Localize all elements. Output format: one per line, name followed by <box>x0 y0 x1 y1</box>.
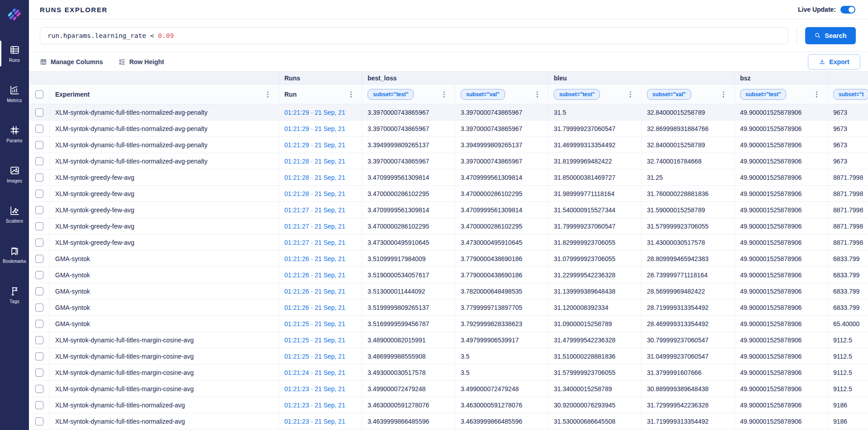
cut-metric-cell: 9673 <box>828 153 868 169</box>
sidebar-item-metrics[interactable]: Metrics <box>0 74 29 114</box>
run-link[interactable]: 01:21:29 · 21 Sep, 21 <box>279 104 362 121</box>
row-height-button[interactable]: Row Height <box>118 58 164 65</box>
table-row[interactable]: XLM-syntok-dynamic-full-titles-margin-co… <box>29 381 868 397</box>
table-row[interactable]: XLM-syntok-dynamic-full-titles-margin-co… <box>29 332 868 348</box>
search-button[interactable]: Search <box>805 27 856 44</box>
column-menu-icon[interactable]: ⋮ <box>717 91 730 98</box>
table-row[interactable]: GMA-syntok 01:21:26 · 21 Sep, 21 3.51900… <box>29 267 868 283</box>
table-row[interactable]: GMA-syntok 01:21:26 · 21 Sep, 21 3.51300… <box>29 283 868 299</box>
row-checkbox[interactable] <box>35 369 43 377</box>
context-badge[interactable]: subset="t <box>833 89 868 100</box>
run-link[interactable]: 01:21:27 · 21 Sep, 21 <box>279 218 362 234</box>
run-link[interactable]: 01:21:23 · 21 Sep, 21 <box>279 397 362 413</box>
best-loss-val-cell: 3.5 <box>455 365 548 381</box>
run-link[interactable]: 01:21:23 · 21 Sep, 21 <box>279 413 362 430</box>
row-checkbox[interactable] <box>35 255 43 263</box>
run-link[interactable]: 01:21:26 · 21 Sep, 21 <box>279 251 362 267</box>
run-link[interactable]: 01:21:29 · 21 Sep, 21 <box>279 137 362 153</box>
column-menu-icon[interactable]: ⋮ <box>345 91 357 98</box>
bleu-val-cell: 31.25 <box>642 169 735 186</box>
cut-metric-cell: 9112.5 <box>828 381 868 397</box>
table-row[interactable]: GMA-syntok 01:21:25 · 21 Sep, 21 3.51699… <box>29 316 868 332</box>
table-row[interactable]: XLM-syntok-greedy-few-avg 01:21:27 · 21 … <box>29 218 868 234</box>
row-checkbox[interactable] <box>35 385 43 393</box>
sidebar-item-tags[interactable]: Tags <box>0 275 29 315</box>
row-checkbox[interactable] <box>35 320 43 328</box>
context-badge[interactable]: subset="test" <box>740 89 786 100</box>
run-link[interactable]: 01:21:26 · 21 Sep, 21 <box>279 299 362 316</box>
table-row[interactable]: GMA-syntok 01:21:26 · 21 Sep, 21 3.51099… <box>29 251 868 267</box>
row-checkbox[interactable] <box>35 173 43 182</box>
table-row[interactable]: XLM-syntok-greedy-few-avg 01:21:28 · 21 … <box>29 169 868 186</box>
run-link[interactable]: 01:21:23 · 21 Sep, 21 <box>279 381 362 397</box>
row-checkbox[interactable] <box>35 401 43 409</box>
query-input[interactable]: run.hparams.learning_rate < 0.09 <box>40 27 788 44</box>
row-checkbox[interactable] <box>35 190 43 198</box>
table-row[interactable]: XLM-syntok-dynamic-full-titles-margin-co… <box>29 348 868 365</box>
row-checkbox[interactable] <box>35 304 43 312</box>
table-row[interactable]: GMA-syntok 01:21:26 · 21 Sep, 21 3.51999… <box>29 299 868 316</box>
experiment-cell: XLM-syntok-dynamic-full-titles-margin-co… <box>50 348 279 365</box>
row-checkbox[interactable] <box>35 206 43 214</box>
row-checkbox-cell <box>29 267 50 283</box>
sidebar-item-images[interactable]: Images <box>0 154 29 194</box>
run-link[interactable]: 01:21:26 · 21 Sep, 21 <box>279 267 362 283</box>
table-row[interactable]: XLM-syntok-greedy-few-avg 01:21:28 · 21 … <box>29 186 868 202</box>
column-menu-icon[interactable]: ⋮ <box>438 91 450 98</box>
row-checkbox[interactable] <box>35 222 43 230</box>
bsz-test-cell: 49.900001525878906 <box>735 413 828 430</box>
row-checkbox[interactable] <box>35 108 43 117</box>
run-link[interactable]: 01:21:25 · 21 Sep, 21 <box>279 348 362 365</box>
run-link[interactable]: 01:21:29 · 21 Sep, 21 <box>279 121 362 137</box>
table-row[interactable]: XLM-syntok-dynamic-full-titles-normalize… <box>29 121 868 137</box>
table-row[interactable]: XLM-syntok-dynamic-full-titles-normalize… <box>29 104 868 121</box>
run-link[interactable]: 01:21:28 · 21 Sep, 21 <box>279 186 362 202</box>
column-menu-icon[interactable]: ⋮ <box>531 91 543 98</box>
column-menu-icon[interactable]: ⋮ <box>624 91 637 98</box>
run-link[interactable]: 01:21:25 · 21 Sep, 21 <box>279 316 362 332</box>
context-badge[interactable]: subset="val" <box>461 89 505 100</box>
search-section: run.hparams.learning_rate < 0.09 Search <box>29 19 868 52</box>
context-badge[interactable]: subset="val" <box>647 89 691 100</box>
column-menu-icon[interactable]: ⋮ <box>262 91 274 98</box>
bleu-test-cell: 31.09000015258789 <box>548 316 642 332</box>
run-link[interactable]: 01:21:27 · 21 Sep, 21 <box>279 234 362 251</box>
row-checkbox[interactable] <box>35 417 43 425</box>
table-row[interactable]: XLM-syntok-dynamic-full-titles-normalize… <box>29 153 868 169</box>
context-badge[interactable]: subset="test" <box>554 89 600 100</box>
table-row[interactable]: XLM-syntok-greedy-few-avg 01:21:27 · 21 … <box>29 234 868 251</box>
cut-metric-cell: 9112.5 <box>828 365 868 381</box>
table-row[interactable]: XLM-syntok-dynamic-full-titles-normalize… <box>29 397 868 413</box>
context-badge[interactable]: subset="test" <box>368 89 414 100</box>
table-row[interactable]: XLM-syntok-greedy-few-avg 01:21:27 · 21 … <box>29 202 868 218</box>
row-checkbox[interactable] <box>35 352 43 360</box>
row-checkbox[interactable] <box>35 271 43 279</box>
row-checkbox[interactable] <box>35 238 43 247</box>
table-row[interactable]: XLM-syntok-dynamic-full-titles-normalize… <box>29 413 868 430</box>
row-checkbox[interactable] <box>35 141 43 149</box>
row-checkbox[interactable] <box>35 287 43 295</box>
table-row[interactable]: XLM-syntok-dynamic-full-titles-margin-co… <box>29 365 868 381</box>
best-loss-test-cell: 3.4639999866485596 <box>362 413 455 430</box>
experiment-column-header: Experiment ⋮ <box>50 84 279 104</box>
run-link[interactable]: 01:21:24 · 21 Sep, 21 <box>279 365 362 381</box>
run-link[interactable]: 01:21:28 · 21 Sep, 21 <box>279 153 362 169</box>
table-row[interactable]: XLM-syntok-dynamic-full-titles-normalize… <box>29 137 868 153</box>
export-button[interactable]: Export <box>808 54 860 70</box>
run-link[interactable]: 01:21:28 · 21 Sep, 21 <box>279 169 362 186</box>
row-checkbox[interactable] <box>35 125 43 133</box>
sidebar-item-bookmarks[interactable]: Bookmarks <box>0 234 29 275</box>
sidebar-item-runs[interactable]: Runs <box>0 33 29 74</box>
manage-columns-button[interactable]: Manage Columns <box>40 58 103 65</box>
row-checkbox[interactable] <box>35 336 43 344</box>
select-all-checkbox[interactable] <box>35 90 43 98</box>
run-link[interactable]: 01:21:27 · 21 Sep, 21 <box>279 202 362 218</box>
row-checkbox[interactable] <box>35 157 43 165</box>
live-update-toggle[interactable] <box>840 6 855 14</box>
column-menu-icon[interactable]: ⋮ <box>811 91 823 98</box>
sidebar-item-params[interactable]: Params <box>0 114 29 154</box>
bleu-test-cell: 31.530000686645508 <box>548 413 642 430</box>
run-link[interactable]: 01:21:25 · 21 Sep, 21 <box>279 332 362 348</box>
run-link[interactable]: 01:21:26 · 21 Sep, 21 <box>279 283 362 299</box>
sidebar-item-scatters[interactable]: Scatters <box>0 194 29 234</box>
